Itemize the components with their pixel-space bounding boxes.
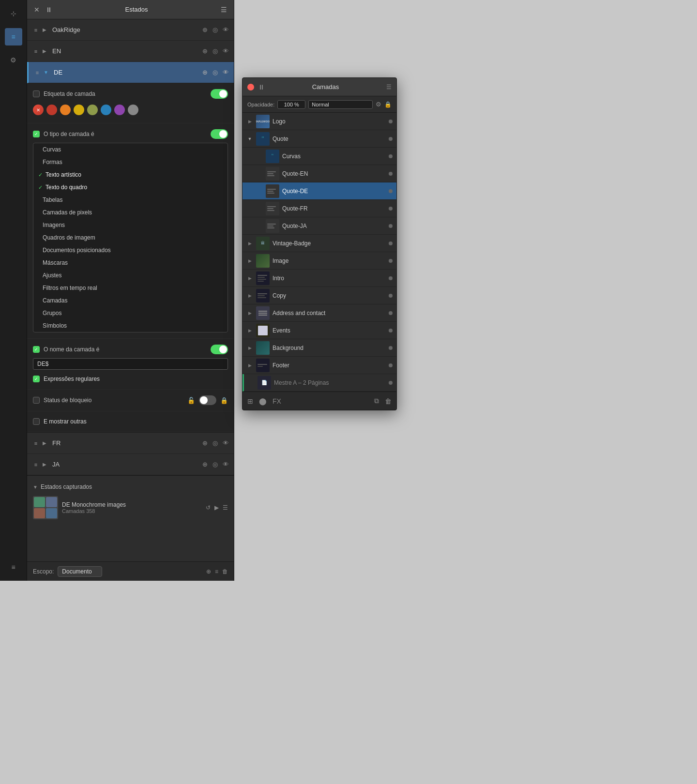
revert-icon[interactable]: ↺ (206, 504, 211, 511)
strip-icon-bottom[interactable]: ≡ (5, 558, 22, 576)
expand-de[interactable]: ▼ (42, 69, 50, 76)
mask-icon-fr[interactable]: ◎ (212, 438, 219, 448)
menu-item-texto-artistico[interactable]: ✓ Texto artístico (33, 168, 227, 181)
visibility-dot-image[interactable] (389, 259, 393, 263)
unlock-icon[interactable]: 🔓 (187, 397, 195, 404)
visibility-dot-quote[interactable] (389, 137, 393, 141)
layer-item-master[interactable]: ▶ 📄 Mestre A – 2 Páginas (242, 374, 396, 392)
visibility-dot-master[interactable] (389, 381, 393, 385)
visibility-dot-intro[interactable] (389, 276, 393, 280)
show-others-row[interactable]: E mostrar outras (33, 415, 228, 428)
scope-delete-icon[interactable]: 🗑 (222, 568, 228, 575)
target-icon-oakridge[interactable]: ⊕ (201, 25, 209, 34)
menu-item-texto-quadro[interactable]: ✓ Texto do quadro (33, 181, 227, 194)
layer-item-quote-fr[interactable]: ▶ Quote-FR (242, 200, 396, 217)
lock-status-checkbox[interactable] (33, 397, 40, 404)
visibility-dot-events[interactable] (389, 329, 393, 332)
lock-icon[interactable]: 🔒 (384, 101, 392, 108)
visibility-icon-fr[interactable]: 👁 (222, 438, 230, 448)
menu-item-filtros[interactable]: Filtros em tempo real (33, 282, 227, 294)
layer-row-oakridge[interactable]: ≡ ▶ OakRidge ⊕ ◎ 👁 (27, 19, 234, 41)
layer-row-fr[interactable]: ≡ ▶ FR ⊕ ◎ 👁 (27, 433, 234, 454)
visibility-dot-footer[interactable] (389, 363, 393, 367)
color-dot-red2[interactable] (46, 105, 57, 115)
captured-states-header[interactable]: ▼ Estados capturados (33, 480, 228, 494)
scope-add-icon[interactable]: ⊕ (206, 568, 211, 575)
color-dot-red[interactable]: ✕ (33, 105, 44, 115)
visibility-dot-quote-de[interactable] (389, 189, 393, 193)
color-dot-orange[interactable] (60, 105, 71, 115)
menu-item-simbolos[interactable]: Símbolos (33, 319, 227, 332)
color-dot-blue[interactable] (101, 105, 111, 115)
mask-icon-oakridge[interactable]: ◎ (212, 25, 219, 34)
strip-icon-settings[interactable]: ⚙ (5, 51, 22, 69)
visibility-dot-quote-ja[interactable] (389, 224, 393, 228)
layer-label-toggle[interactable] (211, 89, 228, 99)
blend-select[interactable]: Normal (308, 100, 373, 109)
expand-fr[interactable]: ▶ (41, 439, 48, 447)
menu-item-grupos[interactable]: Grupos (33, 307, 227, 319)
layer-name-toggle[interactable] (211, 345, 228, 354)
layer-item-quote[interactable]: ▼ " Quote (242, 130, 396, 148)
color-dot-purple[interactable] (114, 105, 125, 115)
rp-menu-button[interactable]: ☰ (386, 84, 392, 90)
close-button[interactable]: ✕ (32, 4, 42, 15)
color-dot-yellow[interactable] (74, 105, 84, 115)
expand-footer[interactable]: ▶ (246, 362, 253, 369)
expand-ja[interactable]: ▶ (41, 461, 48, 468)
visibility-dot-background[interactable] (389, 346, 393, 350)
fx-icon[interactable]: FX (273, 397, 281, 405)
layer-type-toggle[interactable] (211, 129, 228, 139)
mask-icon-ja[interactable]: ◎ (212, 460, 219, 469)
layer-item-address[interactable]: ▶ Address and contact (242, 304, 396, 322)
regex-row[interactable]: Expressões regulares (33, 373, 228, 385)
opacity-input[interactable] (277, 100, 305, 109)
layer-row-en[interactable]: ≡ ▶ EN ⊕ ◎ 👁 (27, 41, 234, 62)
visibility-dot-logo[interactable] (389, 120, 393, 123)
layer-item-curvas[interactable]: ▶ " Curvas (242, 148, 396, 165)
expand-vintage-badge[interactable]: ▶ (246, 240, 253, 247)
new-group-icon[interactable]: ⊞ (247, 397, 253, 405)
expand-en[interactable]: ▶ (41, 47, 48, 55)
menu-item-documentos[interactable]: Documentos posicionados (33, 244, 227, 256)
expand-quote[interactable]: ▼ (246, 136, 253, 142)
rp-close-button[interactable] (247, 84, 254, 90)
color-dot-gray[interactable] (128, 105, 138, 115)
menu-item-mascaras[interactable]: Máscaras (33, 256, 227, 269)
layer-row-ja[interactable]: ≡ ▶ JA ⊕ ◎ 👁 (27, 454, 234, 475)
layer-item-footer[interactable]: ▶ Footer (242, 357, 396, 374)
expand-logo[interactable]: ▶ (246, 118, 253, 125)
visibility-dot-copy[interactable] (389, 294, 393, 298)
menu-item-curvas[interactable]: Curvas (33, 143, 227, 156)
mask-icon-en[interactable]: ◎ (212, 46, 219, 56)
regex-checkbox[interactable] (33, 376, 40, 382)
visibility-dot-quote-fr[interactable] (389, 207, 393, 211)
expand-events[interactable]: ▶ (246, 327, 253, 334)
show-others-checkbox[interactable] (33, 418, 40, 425)
layer-item-vintage-badge[interactable]: ▶ 🏛 Vintage-Badge (242, 235, 396, 252)
menu-button[interactable]: ☰ (219, 4, 229, 15)
play-icon[interactable]: ▶ (214, 504, 219, 511)
layer-name-input[interactable] (33, 358, 228, 370)
strip-icon-layers[interactable]: ≡ (5, 28, 22, 45)
expand-background[interactable]: ▶ (246, 345, 253, 351)
layer-item-quote-ja[interactable]: ▶ Quote-JA (242, 217, 396, 235)
delete-icon[interactable]: 🗑 (385, 397, 392, 405)
visibility-dot-quote-en[interactable] (389, 172, 393, 176)
strip-icon-select[interactable]: ⊹ (5, 5, 22, 22)
minimize-button[interactable]: ⏸ (44, 4, 54, 15)
menu-item-tabelas[interactable]: Tabelas (33, 194, 227, 206)
gear-icon[interactable]: ⚙ (376, 101, 381, 108)
layer-name-checkbox[interactable] (33, 346, 40, 353)
menu-item-quadros[interactable]: Quadros de imagem (33, 231, 227, 244)
lock-icon[interactable]: 🔒 (220, 397, 228, 404)
menu-item-imagens[interactable]: Imagens (33, 219, 227, 231)
menu-item-pixels[interactable]: Camadas de pixels (33, 206, 227, 219)
target-icon-fr[interactable]: ⊕ (201, 438, 209, 448)
new-layer-icon[interactable]: ⬤ (259, 397, 267, 405)
rp-pause-button[interactable]: ⏸ (258, 83, 265, 91)
layer-item-logo[interactable]: ▶ MAPLEWOOD Logo (242, 113, 396, 130)
menu-item-camadas[interactable]: Camadas (33, 294, 227, 307)
expand-intro[interactable]: ▶ (246, 275, 253, 282)
layer-row-de[interactable]: ≡ ▼ DE ⊕ ◎ 👁 (27, 62, 234, 83)
